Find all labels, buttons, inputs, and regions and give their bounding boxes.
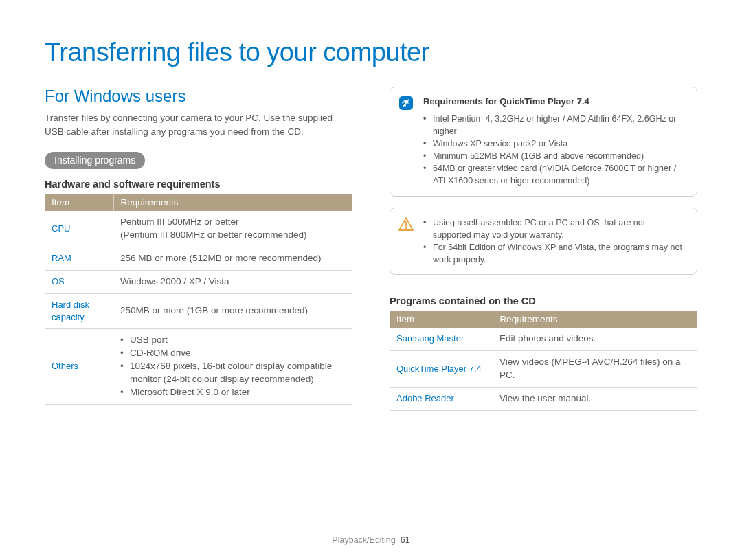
list-item: For 64bit Edition of Windows XP and Vist… xyxy=(423,241,686,266)
table-row: CPU Pentium III 500MHz or better (Pentiu… xyxy=(45,211,352,247)
subheading-programs-cd: Programs contained on the CD xyxy=(390,295,697,306)
req-item-others: Others xyxy=(45,329,113,404)
page-footer: Playback/Editing 61 xyxy=(0,535,742,545)
pill-installing-programs: Installing programs xyxy=(45,152,145,169)
table-row: QuickTime Player 7.4 View videos (MPEG-4… xyxy=(390,350,697,387)
prog-item-samsung-master: Samsung Master xyxy=(390,328,493,350)
note-box-quicktime: Requirements for QuickTime Player 7.4 In… xyxy=(390,87,697,197)
list-item: Intel Pentium 4, 3.2GHz or higher / AMD … xyxy=(423,113,686,137)
page-title: Transferring files to your computer xyxy=(45,38,697,67)
list-item: CD-ROM drive xyxy=(120,347,346,360)
warning-box: Using a self-assembled PC or a PC and OS… xyxy=(390,208,697,276)
table-row: Hard disk capacity 250MB or more (1GB or… xyxy=(45,293,352,328)
req-text: (Pentium III 800MHz or better recommende… xyxy=(120,229,307,240)
table-head-item: Item xyxy=(45,194,113,211)
subheading-hw-sw: Hardware and software requirements xyxy=(45,179,352,190)
req-item-os: OS xyxy=(45,270,113,293)
table-row: Samsung Master Edit photos and videos. xyxy=(390,328,697,350)
section-heading-windows: For Windows users xyxy=(45,87,352,106)
page-number: 61 xyxy=(401,535,410,545)
list-item: Using a self-assembled PC or a PC and OS… xyxy=(423,216,686,241)
req-item-ram: RAM xyxy=(45,247,113,270)
list-item: Windows XP service pack2 or Vista xyxy=(423,137,686,150)
note-icon xyxy=(398,96,414,111)
list-item: 64MB or greater video card (nVIDIA Gefor… xyxy=(423,162,686,187)
prog-desc: Edit photos and videos. xyxy=(493,328,697,350)
prog-item-adobe-reader: Adobe Reader xyxy=(390,387,493,410)
table-row: RAM 256 MB or more (512MB or more recomm… xyxy=(45,247,352,270)
two-column-layout: For Windows users Transfer files by conn… xyxy=(45,87,697,411)
prog-desc: View videos (MPEG-4 AVC/H.264 files) on … xyxy=(493,350,697,387)
table-head-requirements: Requirements xyxy=(493,311,697,328)
req-value: 256 MB or more (512MB or more recommende… xyxy=(113,247,352,270)
svg-point-2 xyxy=(405,227,407,228)
requirements-table: Item Requirements CPU Pentium III 500MHz… xyxy=(45,194,352,404)
table-row: Adobe Reader View the user manual. xyxy=(390,387,697,410)
list-item: Minimum 512MB RAM (1GB and above recomme… xyxy=(423,150,686,162)
intro-paragraph: Transfer files by connecting your camera… xyxy=(45,111,352,138)
prog-item-quicktime: QuickTime Player 7.4 xyxy=(390,350,493,387)
list-item: USB port xyxy=(120,334,346,347)
req-item-hard-disk: Hard disk capacity xyxy=(45,293,113,328)
programs-table: Item Requirements Samsung Master Edit ph… xyxy=(390,311,697,411)
warning-icon xyxy=(398,216,414,232)
left-column: For Windows users Transfer files by conn… xyxy=(45,87,352,411)
prog-desc: View the user manual. xyxy=(493,387,697,410)
table-row: OS Windows 2000 / XP / Vista xyxy=(45,270,352,293)
req-text: Pentium III 500MHz or better xyxy=(120,216,239,227)
right-column: Requirements for QuickTime Player 7.4 In… xyxy=(390,87,697,411)
table-row: Others USB port CD-ROM drive 1024x768 pi… xyxy=(45,329,352,404)
list-item: 1024x768 pixels, 16-bit colour display c… xyxy=(120,360,346,386)
footer-section: Playback/Editing xyxy=(332,535,395,545)
req-value: 250MB or more (1GB or more recommended) xyxy=(113,293,352,328)
req-value: Windows 2000 / XP / Vista xyxy=(113,270,352,293)
list-item: Microsoft Direct X 9.0 or later xyxy=(120,386,346,399)
req-item-cpu: CPU xyxy=(45,211,113,247)
req-value: USB port CD-ROM drive 1024x768 pixels, 1… xyxy=(113,329,352,404)
table-head-requirements: Requirements xyxy=(113,194,352,211)
note-box-title: Requirements for QuickTime Player 7.4 xyxy=(423,96,686,109)
table-head-item: Item xyxy=(390,311,493,328)
req-value: Pentium III 500MHz or better (Pentium II… xyxy=(113,211,352,247)
